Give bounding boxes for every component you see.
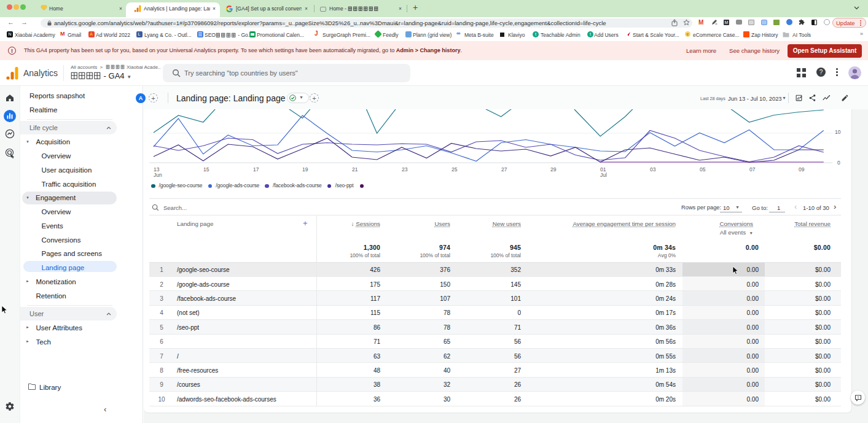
- svg-text:15: 15: [203, 166, 209, 173]
- svg-text:23: 23: [402, 166, 408, 173]
- svg-text:10: 10: [835, 129, 841, 135]
- svg-text:21: 21: [352, 166, 358, 173]
- svg-text:05: 05: [700, 166, 706, 173]
- svg-text:27: 27: [501, 166, 507, 173]
- svg-text:03: 03: [650, 166, 656, 173]
- svg-text:07: 07: [749, 166, 756, 173]
- svg-text:09: 09: [799, 166, 805, 173]
- svg-text:29: 29: [550, 166, 557, 173]
- svg-text:Jul: Jul: [600, 172, 607, 178]
- svg-text:25: 25: [452, 166, 458, 173]
- svg-text:0: 0: [837, 160, 840, 166]
- svg-text:17: 17: [253, 166, 259, 173]
- svg-text:19: 19: [302, 166, 308, 173]
- svg-text:Jun: Jun: [154, 172, 162, 178]
